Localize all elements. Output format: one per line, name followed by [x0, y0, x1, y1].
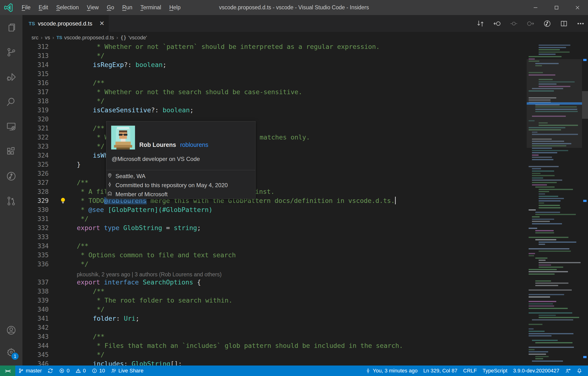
breadcrumb-item[interactable]: src	[32, 35, 38, 41]
search-icon[interactable]	[0, 89, 22, 114]
tab-bar: TS vscode.proposed.d.ts ✕	[22, 15, 588, 32]
close-button[interactable]	[567, 0, 588, 15]
status-10[interactable]: 10	[89, 366, 108, 376]
status-sync[interactable]	[45, 366, 56, 376]
code-line-318: 318 */	[22, 96, 523, 106]
line-number: 313	[22, 51, 49, 60]
window-controls	[525, 0, 588, 15]
menu-run[interactable]: Run	[118, 0, 136, 15]
status-0[interactable]: 0	[56, 366, 72, 376]
code-line-327: 327/**	[22, 178, 523, 187]
split-editor-icon[interactable]	[560, 20, 568, 28]
next-change-icon[interactable]	[526, 20, 535, 28]
line-number: 334	[22, 241, 49, 251]
status-you-3-minutes-ago[interactable]: You, 3 minutes ago	[362, 366, 421, 376]
location-icon	[107, 173, 113, 180]
status-crlf[interactable]: CRLF	[460, 366, 480, 376]
breadcrumb-item[interactable]: TSvscode.proposed.d.ts	[56, 35, 114, 41]
gitlens-icon[interactable]	[0, 164, 22, 188]
editor-actions	[476, 15, 585, 32]
code-line-342: 342	[22, 323, 523, 332]
code-line-319: 319isCaseSensitive?: boolean;	[22, 106, 523, 115]
code-line-329: 329 * TODO@roblourens merge this with th…	[22, 196, 523, 205]
line-number: 341	[22, 314, 49, 323]
status-live-share[interactable]: Live Share	[108, 366, 146, 376]
source-control-icon[interactable]	[0, 40, 22, 65]
line-number: 327	[22, 178, 49, 187]
lightbulb-icon[interactable]	[49, 197, 77, 205]
remote-indicator[interactable]: ><	[0, 366, 15, 376]
status-feedback[interactable]	[562, 366, 574, 376]
line-number: 325	[22, 160, 49, 169]
code-line-330: 330 * @see [GlobPattern](#GlobPattern)	[22, 205, 523, 214]
line-number: 331	[22, 214, 49, 223]
chevron-right-icon: ›	[41, 35, 43, 40]
overview-ruler[interactable]	[582, 43, 588, 366]
pull-request-icon[interactable]	[0, 188, 22, 213]
more-actions-icon[interactable]	[577, 20, 585, 28]
divider	[107, 170, 255, 170]
extensions-icon[interactable]	[0, 139, 22, 164]
code-editor[interactable]: 312 * Whether or not `pattern` should be…	[22, 43, 588, 366]
menu-view[interactable]: View	[83, 0, 103, 15]
account-icon[interactable]	[0, 319, 22, 341]
line-number: 329	[22, 196, 49, 205]
line-number: 324	[22, 151, 49, 160]
line-number: 314	[22, 60, 49, 69]
menu-go[interactable]: Go	[103, 0, 118, 15]
menu-help[interactable]: Help	[165, 0, 185, 15]
code-line-315: 315	[22, 69, 523, 78]
run-debug-icon[interactable]	[0, 65, 22, 89]
line-number: 328	[22, 187, 49, 196]
code-line-320: 320	[22, 115, 523, 124]
code-line-334: 334/**	[22, 241, 523, 251]
status-3-9-0-dev-20200427[interactable]: 3.9.0-dev.20200427	[510, 366, 562, 376]
status-bar: >< master0010Live Share You, 3 minutes a…	[0, 366, 588, 376]
commit-icon	[107, 182, 113, 189]
code-line-346: 346includes: GlobString[];	[22, 359, 523, 366]
status-typescript[interactable]: TypeScript	[480, 366, 510, 376]
minimize-button[interactable]	[525, 0, 546, 15]
window-title: vscode.proposed.d.ts - vscode - Visual S…	[219, 4, 369, 11]
breadcrumb: src›vs›TSvscode.proposed.d.ts›{}'vscode'	[22, 32, 588, 43]
code-line-323: 323 */	[22, 142, 523, 151]
menu-terminal[interactable]: Terminal	[137, 0, 165, 15]
gitlens-icon[interactable]	[543, 20, 551, 28]
minimap[interactable]	[527, 43, 582, 366]
menu-bar: FileEditSelectionViewGoRunTerminalHelp	[18, 0, 185, 15]
settings-icon[interactable]: 1	[0, 341, 22, 363]
code-line-332: 332export type GlobString = string;	[22, 223, 523, 232]
code-line-328: 328 * A file glob pattern to match file …	[22, 187, 523, 196]
gutter-item-icon[interactable]	[510, 20, 518, 28]
scrollbar-thumb[interactable]	[582, 91, 588, 119]
typescript-file-icon: TS	[56, 35, 62, 40]
status-bell[interactable]	[574, 366, 585, 376]
status-ln-329-col-87[interactable]: Ln 329, Col 87	[420, 366, 460, 376]
status-0[interactable]: 0	[73, 366, 89, 376]
breadcrumb-item[interactable]: {}'vscode'	[120, 35, 147, 41]
user-login-link[interactable]: roblourens	[180, 141, 208, 148]
remote-explorer-icon[interactable]	[0, 114, 22, 139]
menu-edit[interactable]: Edit	[35, 0, 52, 15]
previous-change-icon[interactable]	[493, 20, 501, 28]
line-number: 312	[22, 43, 49, 51]
minimap-current-line-highlight	[527, 102, 582, 105]
gitlens-blame-annotation[interactable]: pkoushik, 2 years ago | 3 authors (Rob L…	[22, 269, 523, 278]
line-number: 337	[22, 278, 49, 287]
user-bio: @Microsoft developer on VS Code	[111, 149, 250, 164]
tab-close-icon[interactable]: ✕	[96, 20, 105, 27]
breadcrumb-item[interactable]: vs	[45, 35, 50, 41]
code-line-333: 333	[22, 232, 523, 241]
code-line-324: 324isWholeWord?: boolean;	[22, 151, 523, 160]
line-number: 338	[22, 287, 49, 296]
code-line-322: 322 * Whether or not to search for whole…	[22, 133, 523, 142]
menu-file[interactable]: File	[18, 0, 35, 15]
tab-vscode-proposed[interactable]: TS vscode.proposed.d.ts ✕	[22, 15, 109, 32]
status-master[interactable]: master	[15, 366, 45, 376]
maximize-button[interactable]	[546, 0, 567, 15]
text-cursor	[395, 197, 396, 204]
code-line-338: 338/**	[22, 287, 523, 296]
files-icon[interactable]	[0, 15, 22, 40]
menu-selection[interactable]: Selection	[52, 0, 83, 15]
open-changes-icon[interactable]	[476, 20, 484, 28]
